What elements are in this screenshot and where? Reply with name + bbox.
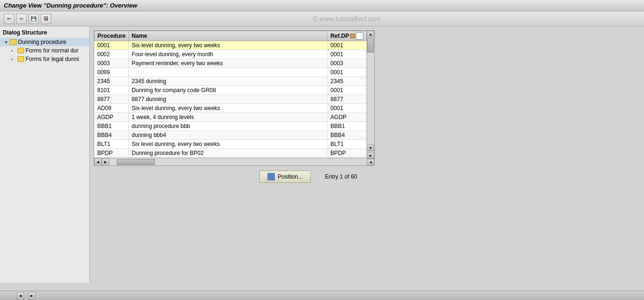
- table-row[interactable]: 0002Four-level dunning, every month0001: [95, 50, 367, 59]
- cell-refdp: AGDP: [327, 113, 366, 122]
- folder-icon-normal: [18, 48, 24, 53]
- table-row[interactable]: AGDP1 week, 4 dunning levelsAGDP: [95, 113, 367, 122]
- tree-expand-icon: ▼: [4, 40, 9, 45]
- v-scrollbar[interactable]: ▲ ▼ ► ◄: [367, 31, 374, 165]
- sidebar-label-forms-legal: Forms for legal dunni: [26, 56, 79, 62]
- h-scroll-right-btn[interactable]: ►: [102, 158, 109, 166]
- table-row[interactable]: 8101Dunning for company code GR080001: [95, 86, 367, 95]
- table-container: Procedure Name Ref.DP: [94, 31, 367, 165]
- cell-name: Dunning procedure for BP02: [129, 149, 327, 158]
- table-with-scroll: Procedure Name Ref.DP: [94, 31, 374, 165]
- cell-name: dunning procedure bbb: [129, 122, 327, 131]
- status-dots: · · ·: [4, 293, 13, 298]
- cell-procedure: 0099: [95, 68, 129, 77]
- v-scroll-down-btn[interactable]: ▼: [367, 145, 374, 151]
- sidebar: Dialog Structure ▼ Dunning procedure • F…: [0, 26, 90, 283]
- cell-refdp: 0001: [327, 41, 366, 50]
- cell-procedure: 0003: [95, 59, 129, 68]
- cell-refdp: 0001: [327, 68, 366, 77]
- cell-name: 1 week, 4 dunning levels: [129, 113, 327, 122]
- sidebar-item-forms-legal[interactable]: • Forms for legal dunni: [8, 55, 89, 63]
- sidebar-item-forms-normal[interactable]: • Forms for normal dur: [8, 46, 89, 55]
- title-bar: Change View "Dunning procedure": Overvie…: [0, 0, 644, 11]
- content-area: Procedure Name Ref.DP: [90, 26, 644, 283]
- cell-name: dunning bbb4: [129, 131, 327, 140]
- h-scrollbar-row: ◄ ►: [94, 158, 367, 165]
- sidebar-label-dunning: Dunning procedure: [18, 39, 66, 45]
- col-header-name: Name: [129, 31, 327, 41]
- table-row[interactable]: 0001Six-level dunning, every two weeks00…: [95, 41, 367, 50]
- position-btn-label: Position...: [278, 173, 303, 180]
- data-table-wrapper: Procedure Name Ref.DP: [94, 30, 375, 166]
- sidebar-title: Dialog Structure: [0, 28, 89, 38]
- v-scroll-up-btn[interactable]: ▲: [367, 31, 374, 37]
- cell-refdp: BBB1: [327, 122, 366, 131]
- sidebar-item-dunning-procedure[interactable]: ▼ Dunning procedure: [0, 38, 89, 46]
- cell-procedure: AGDP: [95, 113, 129, 122]
- cell-procedure: 0001: [95, 41, 129, 50]
- table-row[interactable]: BPDPDunning procedure for BP02BPDP: [95, 149, 367, 158]
- cell-refdp: 0001: [327, 86, 366, 95]
- h-scroll-thumb[interactable]: [117, 159, 155, 165]
- undo-button[interactable]: ↩: [4, 14, 14, 24]
- h-scrollbar[interactable]: [109, 158, 367, 166]
- cell-refdp: BBB4: [327, 131, 366, 140]
- entry-count: Entry 1 of 60: [325, 173, 357, 180]
- cell-procedure: BBB4: [95, 131, 129, 140]
- cell-refdp: BPDP: [327, 149, 366, 158]
- cell-name: 8877 dunning: [129, 95, 327, 104]
- position-icon: [267, 173, 275, 180]
- cell-name: 2345 dunning: [129, 77, 327, 86]
- col-header-refdp: Ref.DP: [327, 31, 366, 41]
- tree-dot-icon: •: [11, 48, 16, 53]
- table-row[interactable]: AD09Six-level dunning, every two weeks00…: [95, 104, 367, 113]
- sidebar-sub-items: • Forms for normal dur • Forms for legal…: [0, 46, 89, 63]
- cell-procedure: 8101: [95, 86, 129, 95]
- cell-procedure: BBB1: [95, 122, 129, 131]
- sort-icon[interactable]: [350, 34, 355, 38]
- cell-name: Four-level dunning, every month: [129, 50, 327, 59]
- col-header-procedure: Procedure: [95, 31, 129, 41]
- table-row[interactable]: BBB1dunning procedure bbbBBB1: [95, 122, 367, 131]
- folder-icon-legal: [18, 56, 24, 62]
- table-row[interactable]: 88778877 dunning8877: [95, 95, 367, 104]
- page-title: Change View "Dunning procedure": Overvie…: [4, 2, 137, 9]
- cell-refdp: 8877: [327, 95, 366, 104]
- cell-refdp: 0003: [327, 59, 366, 68]
- back-button[interactable]: ⇦: [16, 14, 26, 24]
- cell-procedure: 0002: [95, 50, 129, 59]
- table-row[interactable]: 00990001: [95, 68, 367, 77]
- status-nav-right[interactable]: ►: [28, 292, 35, 300]
- save-local-button[interactable]: 🖫: [41, 14, 51, 24]
- save-button[interactable]: 💾: [28, 14, 39, 24]
- cell-name: [129, 68, 327, 77]
- v-scroll-thumb[interactable]: [367, 38, 374, 52]
- v-scroll-nav-left[interactable]: ◄: [367, 159, 374, 165]
- v-scroll-nav-right[interactable]: ►: [367, 152, 374, 159]
- position-button[interactable]: Position...: [259, 171, 311, 183]
- table-row[interactable]: 23452345 dunning2345: [95, 77, 367, 86]
- cell-procedure: 2345: [95, 77, 129, 86]
- cell-name: Six level dunning, every two weeks: [129, 140, 327, 149]
- cell-procedure: BLT1: [95, 140, 129, 149]
- h-scroll-left-btn[interactable]: ◄: [94, 158, 102, 166]
- cell-procedure: 8877: [95, 95, 129, 104]
- column-checkbox[interactable]: [356, 32, 363, 40]
- cell-name: Payment reminder, every two weeks: [129, 59, 327, 68]
- bottom-bar: Position... Entry 1 of 60: [94, 166, 640, 183]
- tree-dot-icon-2: •: [11, 57, 16, 62]
- toolbar: ↩ ⇦ 💾 🖫 © www.tutorialkart.com: [0, 11, 644, 26]
- folder-icon: [10, 39, 17, 45]
- cell-procedure: AD09: [95, 104, 129, 113]
- cell-refdp: BLT1: [327, 140, 366, 149]
- data-table: Procedure Name Ref.DP: [94, 31, 367, 158]
- table-row[interactable]: BBB4dunning bbb4BBB4: [95, 131, 367, 140]
- cell-refdp: 0001: [327, 104, 366, 113]
- main-layout: Dialog Structure ▼ Dunning procedure • F…: [0, 26, 644, 283]
- table-row[interactable]: BLT1Six level dunning, every two weeksBL…: [95, 140, 367, 149]
- status-nav-left[interactable]: ◄: [17, 292, 24, 300]
- sidebar-label-forms-normal: Forms for normal dur: [26, 47, 79, 54]
- table-row[interactable]: 0003Payment reminder, every two weeks000…: [95, 59, 367, 68]
- cell-name: Six-level dunning, every two weeks: [129, 104, 327, 113]
- cell-refdp: 2345: [327, 77, 366, 86]
